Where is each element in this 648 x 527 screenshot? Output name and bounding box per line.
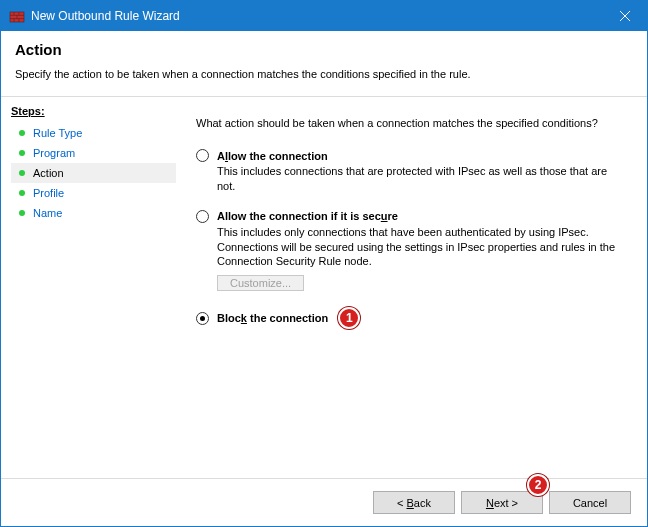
radio-allow[interactable] — [196, 149, 209, 162]
back-button[interactable]: < Back — [373, 491, 455, 514]
step-program[interactable]: Program — [11, 143, 176, 163]
close-button[interactable] — [602, 1, 647, 31]
wizard-window: New Outbound Rule Wizard Action Specify … — [0, 0, 648, 527]
option-allow-label: Allow the connection — [217, 150, 328, 162]
content-panel: What action should be taken when a conne… — [176, 97, 647, 478]
option-allow-secure-desc: This includes only connections that have… — [217, 225, 623, 270]
firewall-icon — [9, 8, 25, 24]
step-label: Action — [33, 167, 64, 179]
page-title: Action — [15, 41, 633, 58]
wizard-footer: < Back Next > 2 Cancel — [1, 478, 647, 526]
step-bullet-icon — [19, 150, 25, 156]
option-allow-desc: This includes connections that are prote… — [217, 164, 623, 194]
annotation-2: 2 — [527, 474, 549, 496]
step-name[interactable]: Name — [11, 203, 176, 223]
step-action[interactable]: Action — [11, 163, 176, 183]
step-profile[interactable]: Profile — [11, 183, 176, 203]
cancel-button[interactable]: Cancel — [549, 491, 631, 514]
step-label: Program — [33, 147, 75, 159]
wizard-body: Steps: Rule Type Program Action Profile … — [1, 97, 647, 478]
option-allow-secure-label: Allow the connection if it is secure — [217, 210, 398, 222]
step-bullet-icon — [19, 190, 25, 196]
question-text: What action should be taken when a conne… — [196, 117, 623, 129]
step-bullet-icon — [19, 170, 25, 176]
customize-button: Customize... — [217, 275, 304, 291]
option-block: Block the connection 1 — [196, 307, 623, 329]
radio-block[interactable] — [196, 312, 209, 325]
option-allow: Allow the connection This includes conne… — [196, 149, 623, 194]
steps-title: Steps: — [11, 105, 176, 117]
radio-allow-secure[interactable] — [196, 210, 209, 223]
step-bullet-icon — [19, 210, 25, 216]
customize-wrap: Customize... — [217, 275, 623, 291]
page-description: Specify the action to be taken when a co… — [15, 68, 633, 80]
step-label: Name — [33, 207, 62, 219]
option-block-label: Block the connection — [217, 312, 328, 324]
annotation-1: 1 — [338, 307, 360, 329]
option-allow-secure: Allow the connection if it is secure Thi… — [196, 210, 623, 292]
step-label: Rule Type — [33, 127, 82, 139]
step-label: Profile — [33, 187, 64, 199]
window-title: New Outbound Rule Wizard — [31, 9, 602, 23]
step-bullet-icon — [19, 130, 25, 136]
step-rule-type[interactable]: Rule Type — [11, 123, 176, 143]
next-button[interactable]: Next > — [461, 491, 543, 514]
wizard-header: Action Specify the action to be taken wh… — [1, 31, 647, 97]
titlebar: New Outbound Rule Wizard — [1, 1, 647, 31]
close-icon — [620, 11, 630, 21]
steps-panel: Steps: Rule Type Program Action Profile … — [1, 97, 176, 478]
